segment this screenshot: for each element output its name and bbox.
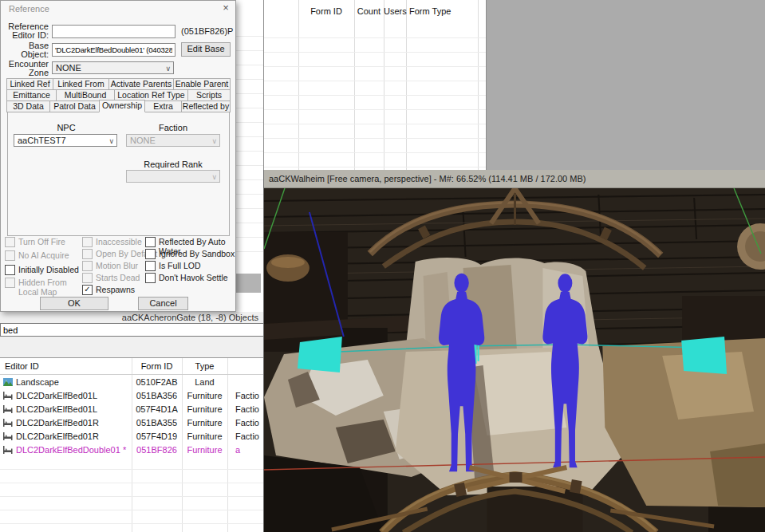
- form-id-note: (051BF826)P: [181, 26, 233, 36]
- bed-marker-right[interactable]: [681, 337, 727, 374]
- col-header-users[interactable]: Users: [384, 6, 406, 16]
- cell-form-id: 051BA355: [132, 418, 182, 428]
- object-table-header: Editor ID Form ID Type: [0, 358, 263, 375]
- tab-linked-from[interactable]: Linked From: [53, 78, 109, 90]
- cell-extra: Factio: [227, 432, 263, 441]
- bed-marker-left[interactable]: [298, 337, 342, 372]
- base-object-input[interactable]: [52, 43, 175, 57]
- object-filter-input[interactable]: [0, 323, 267, 337]
- faction-label: Faction: [124, 123, 222, 132]
- checkbox-respawns: ✓ Respawns: [82, 285, 135, 295]
- cell-editor-id: Landscape: [16, 377, 59, 387]
- cancel-button[interactable]: Cancel: [138, 297, 188, 310]
- tab-patrol-data[interactable]: Patrol Data: [49, 100, 100, 112]
- cell-form-id: 057F4D1A: [132, 404, 182, 414]
- npc-label: NPC: [17, 123, 116, 132]
- cell-type: Furniture: [182, 432, 227, 441]
- cell-form-id: 0510F2AB: [132, 377, 182, 387]
- tab-reflected-by[interactable]: Reflected by: [181, 100, 231, 112]
- checkbox-turn-off-fire: Turn Off Fire: [5, 237, 65, 247]
- cell-extra: Factio: [227, 404, 263, 414]
- required-rank-select[interactable]: ∨: [126, 170, 220, 183]
- tab-emittance[interactable]: Emittance: [6, 89, 57, 101]
- encounter-zone-select[interactable]: NONE ∨: [52, 61, 174, 74]
- faction-select[interactable]: NONE ∨: [126, 134, 220, 147]
- cell-editor-id: DLC2DarkElfBed01R: [16, 418, 99, 428]
- tab-scripts[interactable]: Scripts: [187, 89, 231, 101]
- checkbox-ignored-by-sandbox: Ignored By Sandbox: [145, 249, 235, 259]
- bed-icon: [3, 392, 13, 400]
- use-report-table: Form ID Count Users Form Type: [263, 0, 487, 171]
- col-header-count[interactable]: Count: [354, 6, 384, 16]
- cell-type: Furniture: [182, 391, 227, 400]
- faction-value: NONE: [130, 136, 156, 145]
- checkbox-box[interactable]: [145, 261, 156, 271]
- empty-table-rows: [264, 24, 486, 171]
- checkbox-box[interactable]: ✓: [82, 285, 93, 295]
- chevron-down-icon: ∨: [108, 136, 114, 147]
- chevron-down-icon: ∨: [165, 63, 171, 74]
- cell-form-id: 057F4D19: [132, 432, 182, 441]
- checkbox-box[interactable]: [5, 265, 15, 275]
- required-rank-label: Required Rank: [124, 160, 222, 169]
- bed-icon: [3, 446, 13, 454]
- checkbox-box[interactable]: [145, 249, 156, 259]
- ok-button[interactable]: OK: [40, 297, 108, 310]
- cell-extra: a: [227, 445, 263, 455]
- close-icon[interactable]: ×: [219, 2, 232, 14]
- chevron-down-icon: ∨: [211, 136, 217, 147]
- cell-type: Furniture: [182, 445, 227, 455]
- checkbox-box[interactable]: [82, 249, 93, 259]
- col-header-form-id[interactable]: Form ID: [298, 6, 354, 16]
- checkbox-box[interactable]: [5, 278, 15, 288]
- checkbox-box[interactable]: [82, 273, 93, 283]
- cell-view-status-text: aaCKAcheronGate (18, -8) Objects: [0, 312, 263, 322]
- checkbox-box[interactable]: [5, 250, 15, 261]
- npc-value: aaChTEST7: [18, 136, 66, 145]
- base-object-label: Base Object:: [4, 41, 49, 59]
- checkbox-initially-disabled: Initially Disabled: [5, 265, 79, 275]
- landscape-icon: [3, 378, 13, 386]
- list-scrollbar-thumb[interactable]: [236, 274, 261, 293]
- tab-ownership[interactable]: Ownership: [99, 100, 145, 112]
- checkbox-box[interactable]: [82, 261, 93, 271]
- marker-sliver: [478, 345, 479, 361]
- tab-enable-parent[interactable]: Enable Parent: [173, 78, 231, 90]
- tab-strip: Linked Ref Linked From Activate Parents …: [7, 79, 231, 112]
- empty-table-rows: [0, 456, 263, 532]
- checkbox-box[interactable]: [145, 237, 156, 247]
- col-header-form-id[interactable]: Form ID: [132, 361, 182, 371]
- cell-type: Furniture: [182, 404, 227, 414]
- encounter-zone-label: Encounter Zone: [4, 60, 49, 77]
- render-viewport[interactable]: [264, 188, 765, 532]
- cell-editor-id: DLC2DarkElfBedDouble01 *: [16, 445, 126, 455]
- render-window: aaCKWalheim [Free camera, perspective] -…: [263, 170, 765, 532]
- checkbox-box[interactable]: [82, 237, 93, 247]
- tab-3d-data[interactable]: 3D Data: [6, 100, 50, 112]
- checkbox-box[interactable]: [5, 237, 15, 247]
- ref-editor-id-label: Reference Editor ID:: [4, 22, 49, 40]
- ref-editor-id-input[interactable]: [52, 25, 175, 38]
- checkbox-is-full-lod: Is Full LOD: [145, 261, 201, 271]
- cell-type: Furniture: [182, 418, 227, 428]
- npc-select[interactable]: aaChTEST7 ∨: [14, 134, 117, 147]
- checkbox-starts-dead: Starts Dead: [82, 273, 140, 283]
- tab-linked-ref[interactable]: Linked Ref: [6, 78, 53, 90]
- bed-icon: [3, 405, 13, 413]
- bed-icon: [3, 419, 13, 427]
- col-header-editor-id[interactable]: Editor ID: [5, 361, 39, 371]
- tab-extra[interactable]: Extra: [144, 100, 182, 112]
- checkbox-dont-havok-settle: Don't Havok Settle: [145, 273, 228, 283]
- col-header-form-type[interactable]: Form Type: [409, 6, 473, 16]
- tab-activate-parents[interactable]: Activate Parents: [108, 78, 174, 90]
- cell-editor-id: DLC2DarkElfBed01L: [16, 404, 97, 414]
- cell-editor-id: DLC2DarkElfBed01R: [16, 432, 99, 441]
- empty-list-rows: [235, 22, 263, 263]
- render-window-titlebar[interactable]: aaCKWalheim [Free camera, perspective] -…: [264, 170, 765, 188]
- bed-icon: [3, 432, 13, 440]
- col-header-type[interactable]: Type: [182, 361, 227, 371]
- edit-base-button[interactable]: Edit Base: [181, 42, 231, 57]
- chevron-down-icon: ∨: [211, 171, 217, 183]
- checkbox-motion-blur: Motion Blur: [82, 261, 138, 271]
- checkbox-box[interactable]: [145, 273, 156, 283]
